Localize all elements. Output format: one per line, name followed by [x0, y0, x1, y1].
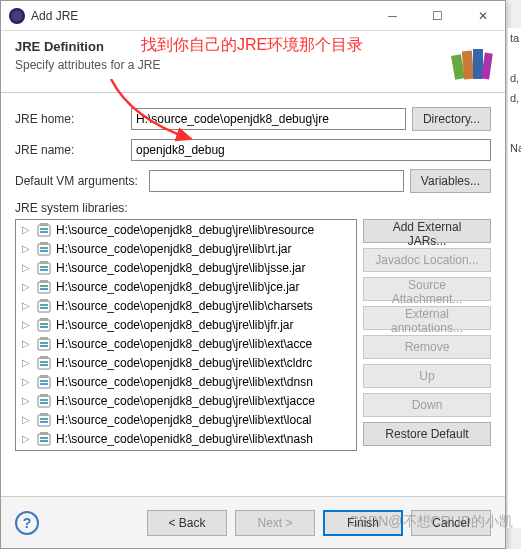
tree-row[interactable]: ▷H:\source_code\openjdk8_debug\jre\lib\j… [16, 315, 356, 334]
expand-icon[interactable]: ▷ [20, 262, 32, 273]
expand-icon[interactable]: ▷ [20, 224, 32, 235]
jar-path: H:\source_code\openjdk8_debug\jre\lib\re… [56, 223, 314, 237]
tree-row[interactable]: ▷H:\source_code\openjdk8_debug\jre\lib\e… [16, 353, 356, 372]
expand-icon[interactable]: ▷ [20, 395, 32, 406]
svg-rect-2 [473, 49, 483, 79]
tree-row[interactable]: ▷H:\source_code\openjdk8_debug\jre\lib\e… [16, 334, 356, 353]
expand-icon[interactable]: ▷ [20, 319, 32, 330]
jar-path: H:\source_code\openjdk8_debug\jre\lib\rt… [56, 242, 291, 256]
restore-default-button[interactable]: Restore Default [363, 422, 491, 446]
svg-rect-20 [38, 301, 50, 312]
jar-icon [36, 298, 52, 314]
svg-rect-26 [40, 326, 48, 328]
annotation-text: 找到你自己的JRE环境那个目录 [141, 35, 363, 56]
svg-rect-7 [40, 223, 48, 226]
svg-rect-5 [40, 228, 48, 230]
svg-rect-10 [40, 250, 48, 252]
vm-args-input[interactable] [149, 170, 404, 192]
tree-row[interactable]: ▷H:\source_code\openjdk8_debug\jre\lib\e… [16, 410, 356, 429]
expand-icon[interactable]: ▷ [20, 243, 32, 254]
svg-rect-14 [40, 269, 48, 271]
svg-rect-29 [40, 342, 48, 344]
jar-path: H:\source_code\openjdk8_debug\jre\lib\ex… [56, 413, 312, 427]
tree-row[interactable]: ▷H:\source_code\openidk8_debug\ire\lib\e… [16, 429, 356, 448]
close-button[interactable]: ✕ [460, 1, 505, 30]
svg-rect-31 [40, 337, 48, 340]
back-button[interactable]: < Back [147, 510, 227, 536]
external-annotations-button[interactable]: External annotations... [363, 306, 491, 330]
jre-libraries-tree[interactable]: ▷H:\source_code\openjdk8_debug\jre\lib\r… [15, 219, 357, 451]
tree-row[interactable]: ▷H:\source_code\openjdk8_debug\jre\lib\c… [16, 296, 356, 315]
dialog-header: JRE Definition 找到你自己的JRE环境那个目录 Specify a… [1, 31, 505, 93]
svg-rect-32 [38, 358, 50, 369]
svg-rect-37 [40, 380, 48, 382]
jar-icon [36, 241, 52, 257]
up-button[interactable]: Up [363, 364, 491, 388]
jar-icon [36, 374, 52, 390]
directory-button[interactable]: Directory... [412, 107, 491, 131]
next-button[interactable]: Next > [235, 510, 315, 536]
variables-button[interactable]: Variables... [410, 169, 491, 193]
expand-icon[interactable]: ▷ [20, 414, 32, 425]
svg-rect-15 [40, 261, 48, 264]
minimize-button[interactable]: ─ [370, 1, 415, 30]
svg-rect-50 [40, 440, 48, 442]
expand-icon[interactable]: ▷ [20, 281, 32, 292]
expand-icon[interactable]: ▷ [20, 338, 32, 349]
down-button[interactable]: Down [363, 393, 491, 417]
svg-rect-13 [40, 266, 48, 268]
jre-name-label: JRE name: [15, 143, 125, 157]
jre-home-label: JRE home: [15, 112, 125, 126]
svg-rect-4 [38, 225, 50, 236]
finish-button[interactable]: Finish [323, 510, 403, 536]
jar-icon [36, 222, 52, 238]
svg-rect-44 [38, 415, 50, 426]
tree-row[interactable]: ▷H:\source_code\openjdk8_debug\jre\lib\e… [16, 372, 356, 391]
expand-icon[interactable]: ▷ [20, 357, 32, 368]
expand-icon[interactable]: ▷ [20, 433, 32, 444]
jar-path: H:\source_code\openjdk8_debug\jre\lib\ex… [56, 375, 313, 389]
side-buttons: Add External JARs... Javadoc Location...… [363, 219, 491, 451]
jar-icon [36, 317, 52, 333]
remove-button[interactable]: Remove [363, 335, 491, 359]
jar-icon [36, 431, 52, 447]
jar-path: H:\source_code\openjdk8_debug\jre\lib\ex… [56, 394, 315, 408]
svg-rect-39 [40, 375, 48, 378]
tree-row[interactable]: ▷H:\source_code\openjdk8_debug\jre\lib\j… [16, 277, 356, 296]
expand-icon[interactable]: ▷ [20, 300, 32, 311]
books-icon [447, 37, 495, 85]
titlebar[interactable]: Add JRE ─ ☐ ✕ [1, 1, 505, 31]
tree-row[interactable]: ▷H:\source_code\openjdk8_debug\jre\lib\e… [16, 391, 356, 410]
eclipse-icon [9, 8, 25, 24]
svg-rect-11 [40, 242, 48, 245]
jar-icon [36, 393, 52, 409]
system-libs-label: JRE system libraries: [15, 201, 491, 215]
source-attachment-button[interactable]: Source Attachment... [363, 277, 491, 301]
jar-icon [36, 279, 52, 295]
svg-rect-25 [40, 323, 48, 325]
maximize-button[interactable]: ☐ [415, 1, 460, 30]
svg-rect-48 [38, 434, 50, 445]
tree-row[interactable]: ▷H:\source_code\openjdk8_debug\jre\lib\r… [16, 239, 356, 258]
jar-path: H:\source_code\openjdk8_debug\jre\lib\ex… [56, 356, 312, 370]
add-external-jars-button[interactable]: Add External JARs... [363, 219, 491, 243]
help-icon[interactable]: ? [15, 511, 39, 535]
cancel-button[interactable]: Cancel [411, 510, 491, 536]
svg-rect-12 [38, 263, 50, 274]
tree-row[interactable]: ▷H:\source_code\openjdk8_debug\jre\lib\j… [16, 258, 356, 277]
vm-args-label: Default VM arguments: [15, 174, 143, 188]
jre-home-input[interactable] [131, 108, 406, 130]
svg-rect-42 [40, 402, 48, 404]
svg-rect-9 [40, 247, 48, 249]
svg-rect-45 [40, 418, 48, 420]
svg-rect-49 [40, 437, 48, 439]
header-subtitle: Specify attributes for a JRE [15, 58, 491, 72]
javadoc-location-button[interactable]: Javadoc Location... [363, 248, 491, 272]
expand-icon[interactable]: ▷ [20, 376, 32, 387]
jar-icon [36, 355, 52, 371]
jar-path: H:\source_code\openidk8_debug\ire\lib\ex… [56, 432, 313, 446]
jre-name-input[interactable] [131, 139, 491, 161]
add-jre-dialog: Add JRE ─ ☐ ✕ JRE Definition 找到你自己的JRE环境… [0, 0, 506, 549]
tree-row[interactable]: ▷H:\source_code\openjdk8_debug\jre\lib\r… [16, 220, 356, 239]
svg-rect-43 [40, 394, 48, 397]
